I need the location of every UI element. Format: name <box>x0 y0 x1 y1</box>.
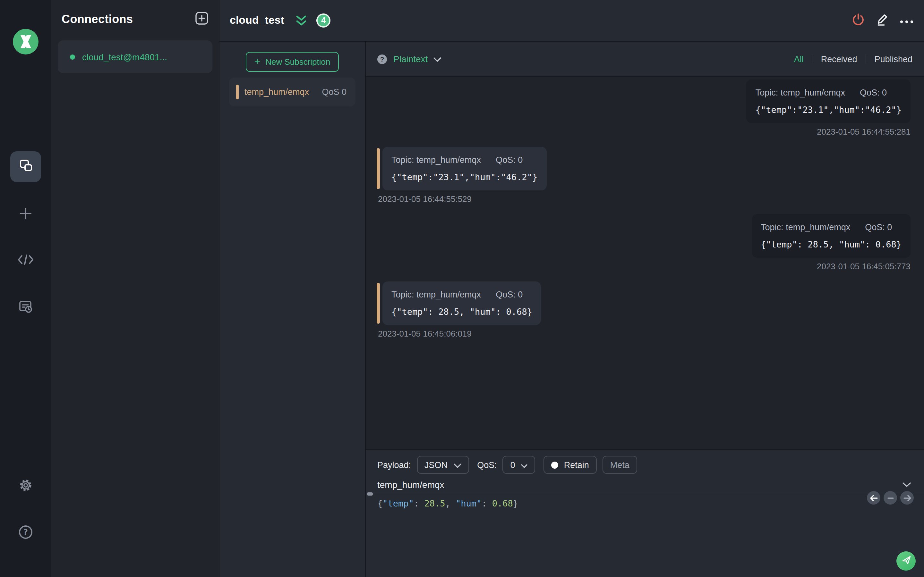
icon-rail: ? <box>0 0 51 577</box>
sidebar-item-help[interactable]: ? <box>18 524 33 540</box>
message-topic: Topic: temp_hum/emqx <box>391 290 481 300</box>
editor-token: , <box>445 498 456 508</box>
connections-icon <box>18 158 33 176</box>
new-subscription-label: New Subscription <box>265 57 330 67</box>
messages-header: ? Plaintext All Received Published <box>366 42 924 77</box>
message-qos: QoS: 0 <box>860 88 887 97</box>
editor-token: } <box>513 498 518 508</box>
chevron-down-icon <box>453 460 461 470</box>
code-icon <box>17 254 34 266</box>
received-accent-bar <box>376 283 380 324</box>
message-bubble: Topic: temp_hum/emqx QoS: 0 {"temp":"23.… <box>383 147 546 190</box>
remove-payload-button[interactable] <box>884 491 897 504</box>
publish-controls: Payload: JSON QoS: 0 <box>377 456 913 474</box>
edit-connection-button[interactable] <box>875 13 889 27</box>
plus-icon: + <box>254 56 260 67</box>
connection-main: cloud_test 4 <box>220 0 924 577</box>
message-filters: All Received Published <box>794 54 913 64</box>
filter-received[interactable]: Received <box>821 54 857 64</box>
topic-input[interactable]: temp_hum/emqx <box>377 480 444 490</box>
editor-collapse-chevron-icon[interactable] <box>901 481 913 488</box>
qos-label: QoS: <box>477 460 497 470</box>
meta-button[interactable]: Meta <box>603 456 637 474</box>
message-payload: {"temp": 28.5, "hum": 0.68} <box>391 306 532 317</box>
sidebar-item-settings[interactable] <box>18 478 33 493</box>
editor-token: : <box>481 498 492 508</box>
chevron-down-icon <box>433 53 441 65</box>
message-bubble: Topic: temp_hum/emqx QoS: 0 {"temp":"23.… <box>746 79 911 123</box>
power-icon <box>851 13 865 29</box>
retain-dot-icon <box>551 461 558 468</box>
svg-text:?: ? <box>23 528 28 537</box>
connection-list-item[interactable]: cloud_test@m4801... <box>58 40 212 73</box>
subscription-list-item[interactable]: temp_hum/emqx QoS 0 <box>229 77 355 106</box>
help-circle-icon[interactable]: ? <box>377 54 387 64</box>
subscriptions-column: + New Subscription temp_hum/emqx QoS 0 <box>220 42 366 577</box>
unread-count-badge: 4 <box>317 13 330 27</box>
plus-icon <box>19 206 33 221</box>
payload-history-nav <box>867 491 914 504</box>
filter-separator <box>865 55 866 63</box>
filter-all[interactable]: All <box>794 54 804 64</box>
ellipsis-icon <box>900 15 914 26</box>
received-accent-bar <box>376 148 380 189</box>
format-value: Plaintext <box>393 54 428 64</box>
editor-token: "temp" <box>383 498 414 508</box>
message-qos: QoS: 0 <box>865 222 892 232</box>
message-payload: {"temp":"23.1","hum":"46.2"} <box>756 105 901 115</box>
pencil-icon <box>876 13 889 29</box>
new-subscription-button[interactable]: + New Subscription <box>246 52 339 72</box>
editor-token: 28.5 <box>424 498 445 508</box>
message-list[interactable]: Topic: temp_hum/emqx QoS: 0 {"temp":"23.… <box>366 77 924 450</box>
received-message: Topic: temp_hum/emqx QoS: 0 {"temp": 28.… <box>376 282 541 338</box>
retain-label: Retain <box>564 460 589 470</box>
collapse-double-chevron-icon[interactable] <box>294 15 308 27</box>
send-button[interactable] <box>897 551 916 571</box>
retain-toggle[interactable]: Retain <box>543 456 597 474</box>
sidebar-item-script[interactable] <box>18 252 33 268</box>
previous-payload-button[interactable] <box>867 491 880 504</box>
message-topic: Topic: temp_hum/emqx <box>761 222 850 232</box>
paper-plane-icon <box>901 554 911 567</box>
filter-separator <box>812 55 813 63</box>
published-message: Topic: temp_hum/emqx QoS: 0 {"temp": 28.… <box>752 214 911 271</box>
subscription-color-bar <box>236 85 239 99</box>
message-topic: Topic: temp_hum/emqx <box>391 155 481 165</box>
messages-pane: ? Plaintext All Received Published <box>366 42 924 577</box>
divider-drag-handle[interactable] <box>367 492 373 496</box>
next-payload-button[interactable] <box>900 491 914 504</box>
editor-token: : <box>414 498 425 508</box>
received-message: Topic: temp_hum/emqx QoS: 0 {"temp":"23.… <box>376 147 546 204</box>
gear-icon <box>18 478 33 493</box>
sidebar-item-log[interactable] <box>18 300 33 315</box>
payload-format-select[interactable]: Plaintext <box>393 53 441 65</box>
message-timestamp: 2023-01-05 16:45:05:773 <box>752 261 911 271</box>
qos-value: 0 <box>510 460 515 470</box>
payload-format-value: JSON <box>425 460 447 470</box>
mqttx-logo-icon <box>13 29 39 55</box>
message-timestamp: 2023-01-05 16:44:55:281 <box>746 127 911 137</box>
message-timestamp: 2023-01-05 16:44:55:529 <box>376 194 546 204</box>
question-circle-icon: ? <box>18 524 33 540</box>
meta-label: Meta <box>610 460 630 470</box>
add-connection-button[interactable] <box>195 11 208 27</box>
sidebar-item-new-connection[interactable] <box>18 206 33 221</box>
qos-dropdown[interactable]: 0 <box>503 456 535 474</box>
connections-panel: Connections cloud_test@m4801... <box>51 0 220 577</box>
payload-format-dropdown[interactable]: JSON <box>417 456 469 474</box>
editor-token: "hum" <box>456 498 481 508</box>
disconnect-button[interactable] <box>851 13 865 27</box>
message-topic: Topic: temp_hum/emqx <box>756 88 845 97</box>
payload-editor[interactable]: {"temp": 28.5, "hum": 0.68} <box>377 498 913 508</box>
filter-published[interactable]: Published <box>874 54 913 64</box>
chevron-down-icon <box>521 460 527 470</box>
plus-square-icon <box>195 11 208 27</box>
publish-topic-row: temp_hum/emqx <box>377 480 913 490</box>
editor-divider <box>366 494 924 494</box>
more-options-button[interactable] <box>900 13 914 27</box>
sidebar-item-connections[interactable] <box>10 151 41 182</box>
message-payload: {"temp":"23.1","hum":"46.2"} <box>391 172 537 182</box>
log-history-icon <box>18 300 33 315</box>
message-bubble: Topic: temp_hum/emqx QoS: 0 {"temp": 28.… <box>383 282 541 325</box>
message-timestamp: 2023-01-05 16:45:06:019 <box>376 329 541 338</box>
